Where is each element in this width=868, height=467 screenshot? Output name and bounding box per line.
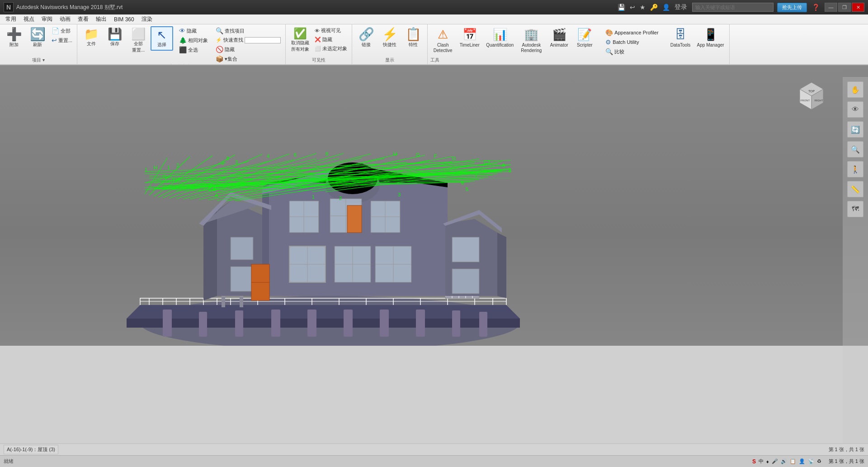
ribbon-btn-collection[interactable]: 📦▾集合	[214, 54, 283, 63]
status-icon-broadcast[interactable]: 📡	[808, 458, 814, 464]
upload-button[interactable]: 抢先上传	[777, 3, 807, 12]
close-button[interactable]: ✕	[852, 3, 864, 12]
svg-text:G: G	[163, 174, 167, 179]
ribbon-btn-timeliner[interactable]: 📅 TimeLiner	[457, 26, 482, 49]
nav-hand-tool[interactable]: ✋	[847, 81, 863, 98]
ribbon-btn-link[interactable]: 🔗 链接	[355, 26, 377, 50]
qat-login[interactable]: 登录	[673, 3, 689, 11]
svg-text:1: 1	[312, 194, 315, 200]
tools-section-label: 工具	[430, 57, 726, 63]
svg-text:6: 6	[294, 152, 297, 157]
ribbon-btn-cursor-select[interactable]: ↖ 选择	[151, 26, 173, 51]
ribbon-btn-props[interactable]: 📋 特性	[402, 26, 425, 50]
viewport[interactable]: 1 2 3 4 6 8 H G F D C3 A 8 1 H G T10 C,B…	[0, 65, 868, 346]
ribbon-btn-file[interactable]: 📁 文件	[80, 26, 103, 49]
ribbon: ➕ 附加 🔄 刷新 📄全部 ↩重置... 项目 ▾ 📁 文件	[0, 24, 868, 65]
ribbon-btn-animator[interactable]: 🎬 Animator	[547, 26, 571, 49]
ribbon-btn-batch-utility[interactable]: ⚙ Batch Utility	[604, 38, 660, 47]
svg-text:C3: C3	[484, 159, 490, 165]
status-icon-user[interactable]: 👤	[799, 458, 805, 464]
ribbon-btn-datatools[interactable]: 🗄 DataTools	[668, 26, 693, 49]
nav-gis-tool[interactable]: 🗺	[847, 201, 863, 217]
nav-measure-tool[interactable]: 📏	[847, 181, 863, 197]
svg-rect-8	[307, 310, 316, 337]
menu-item-viewpoint[interactable]: 视点	[20, 14, 38, 24]
ribbon-btn-reset[interactable]: ↩重置...	[50, 36, 74, 45]
ribbon-section-visibility: ✅ 取消隐藏所有对象 👁视视可见 ❌隐藏 ⬜未选定对象 可见性	[286, 24, 352, 64]
status-icon-mic[interactable]: 🎤	[772, 458, 778, 464]
menu-item-review[interactable]: 审阅	[38, 14, 56, 24]
nav-look-tool[interactable]: 👁	[847, 101, 863, 118]
ribbon-btn-refresh[interactable]: 🔄 刷新	[26, 26, 49, 50]
status-icon-table[interactable]: 📋	[790, 458, 796, 464]
ribbon-btn-app-manager[interactable]: 📱 App Manager	[695, 26, 726, 49]
svg-text:TOP: TOP	[808, 90, 815, 93]
ribbon-btn-all-reset[interactable]: 📄全部	[50, 26, 74, 35]
qat-icon-1[interactable]: 💾	[616, 4, 627, 11]
ribbon-btn-clash[interactable]: ⚠ ClashDetective	[430, 26, 455, 55]
svg-text:H: H	[154, 165, 157, 170]
menu-item-animation[interactable]: 动画	[56, 14, 74, 24]
ribbon-btn-compare[interactable]: 🔍 比较	[604, 47, 660, 56]
ribbon-btn-hide-items[interactable]: 🚫隐藏	[214, 45, 283, 54]
status-icon-diamond[interactable]: ♦	[766, 459, 769, 464]
status-icon-sound[interactable]: 🔊	[781, 458, 787, 464]
ribbon-btn-hide-same[interactable]: 👁隐藏	[177, 26, 210, 35]
svg-text:FRONT: FRONT	[801, 99, 810, 102]
svg-rect-7	[271, 310, 280, 337]
ribbon-btn-quickprop[interactable]: ⚡ 快捷性	[378, 26, 401, 50]
menu-item-render[interactable]: 渲染	[138, 14, 156, 24]
project-section-label[interactable]: 项目 ▾	[32, 57, 45, 63]
minimize-button[interactable]: —	[825, 3, 837, 12]
status-icon-zh[interactable]: 中	[759, 458, 764, 465]
nav-walk-tool[interactable]: 🚶	[847, 161, 863, 177]
restore-button[interactable]: ❐	[838, 3, 851, 12]
ribbon-btn-all-sel[interactable]: ⬛全选	[177, 45, 210, 54]
ribbon-btn-all-select[interactable]: ⬜ 全部重置...	[127, 26, 150, 55]
ribbon-btn-scripter[interactable]: 📝 Scripter	[573, 26, 596, 49]
ribbon-btn-hide-unsel[interactable]: ❌隐藏	[313, 35, 349, 44]
svg-rect-4	[163, 310, 172, 337]
svg-text:1: 1	[145, 167, 147, 172]
svg-text:A: A	[215, 193, 218, 198]
ribbon-btn-autodesk-rendering[interactable]: 🏢 AutodeskRendering	[518, 26, 545, 55]
help-icon[interactable]: ❓	[811, 4, 821, 11]
svg-text:8: 8	[326, 151, 328, 157]
window-title: Autodesk Navisworks Manage 2018 别墅.rvt	[16, 4, 123, 11]
ribbon-btn-add[interactable]: ➕ 附加	[3, 26, 25, 50]
qat-icon-2[interactable]: ↩	[628, 4, 637, 11]
qat-icon-3[interactable]: 🔑	[649, 4, 659, 11]
status-icon-gis[interactable]: ♻	[817, 458, 821, 464]
qat-user[interactable]: 👤	[661, 4, 671, 11]
nav-orbit-tool[interactable]: 🔄	[847, 121, 863, 138]
ribbon-btn-save[interactable]: 💾 保存	[104, 26, 126, 49]
menu-item-view[interactable]: 查看	[74, 14, 92, 24]
building-scene: 1 2 3 4 6 8 H G F D C3 A 8 1 H G T10 C,B…	[0, 65, 843, 346]
display-section-label: 显示	[385, 57, 394, 63]
ribbon-btn-quantification[interactable]: 📊 Quantification	[484, 26, 516, 49]
nav-zoom-tool[interactable]: 🔍	[847, 141, 863, 157]
ribbon-btn-select-tree[interactable]: 🌲相同对象	[177, 36, 210, 45]
svg-rect-13	[479, 312, 487, 337]
ribbon-btn-cancel-hide[interactable]: ✅ 取消隐藏所有对象	[288, 26, 312, 54]
navigation-cube[interactable]: TOP RIGHT FRONT	[793, 78, 830, 114]
menu-item-output[interactable]: 输出	[92, 14, 110, 24]
svg-text:H: H	[393, 151, 397, 157]
coord-display: A(-16)-1(-9)：屋顶 (3)	[4, 445, 58, 454]
ribbon-btn-quick-search[interactable]: ⚡快速查找	[214, 36, 283, 44]
ribbon-section-project: ➕ 附加 🔄 刷新 📄全部 ↩重置... 项目 ▾	[0, 24, 77, 64]
menu-item-bim360[interactable]: BIM 360	[110, 15, 138, 24]
quick-search-input[interactable]	[245, 37, 281, 43]
qat-star[interactable]: ★	[638, 4, 647, 11]
title-bar: N Autodesk Navisworks Manage 2018 别墅.rvt…	[0, 0, 868, 14]
search-input[interactable]	[692, 3, 774, 12]
bottom-bar: 就绪 S 中 ♦ 🎤 🔊 📋 👤 📡 ♻ 第 1 张，共 1 张	[0, 455, 868, 467]
ribbon-btn-vis-override[interactable]: 👁视视可见	[313, 26, 349, 35]
status-icon-chinese[interactable]: S	[752, 458, 756, 465]
menu-item-common[interactable]: 常用	[2, 14, 20, 24]
ribbon-btn-find[interactable]: 🔍查找项目	[214, 26, 283, 35]
svg-text:8: 8	[509, 168, 511, 173]
ribbon-btn-appearance-profiler[interactable]: 🎨 Appearance Profiler	[604, 28, 660, 37]
svg-text:F: F	[434, 153, 437, 159]
ribbon-btn-unsel-obj[interactable]: ⬜未选定对象	[313, 44, 349, 53]
